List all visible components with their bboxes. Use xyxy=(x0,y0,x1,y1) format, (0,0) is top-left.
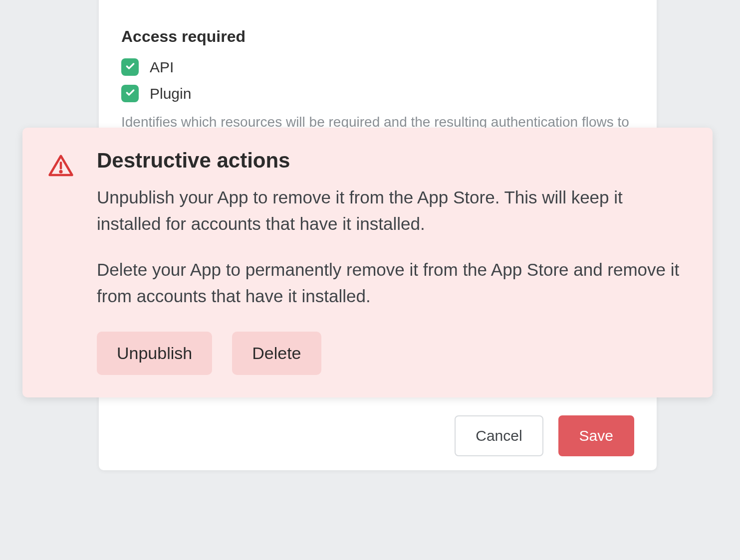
check-icon xyxy=(125,61,135,73)
checkbox-label-plugin: Plugin xyxy=(150,85,191,102)
delete-description: Delete your App to permanently remove it… xyxy=(97,257,688,309)
svg-point-1 xyxy=(60,171,62,173)
save-button[interactable]: Save xyxy=(558,415,634,456)
cancel-button[interactable]: Cancel xyxy=(455,415,543,456)
warning-icon xyxy=(47,153,74,182)
check-icon xyxy=(125,88,135,100)
destructive-action-buttons: Unpublish Delete xyxy=(97,332,688,375)
destructive-actions-heading: Destructive actions xyxy=(97,149,688,173)
checkbox-api[interactable] xyxy=(121,58,139,76)
checkbox-row-api[interactable]: API xyxy=(121,58,634,76)
card-footer: Cancel Save xyxy=(455,415,634,456)
alert-content: Destructive actions Unpublish your App t… xyxy=(97,149,688,375)
delete-button[interactable]: Delete xyxy=(232,332,321,375)
unpublish-description: Unpublish your App to remove it from the… xyxy=(97,185,688,237)
unpublish-button[interactable]: Unpublish xyxy=(97,332,212,375)
checkbox-row-plugin[interactable]: Plugin xyxy=(121,85,634,102)
destructive-actions-alert: Destructive actions Unpublish your App t… xyxy=(22,128,713,397)
checkbox-plugin[interactable] xyxy=(121,85,139,102)
access-required-heading: Access required xyxy=(121,27,634,46)
checkbox-label-api: API xyxy=(150,59,174,76)
